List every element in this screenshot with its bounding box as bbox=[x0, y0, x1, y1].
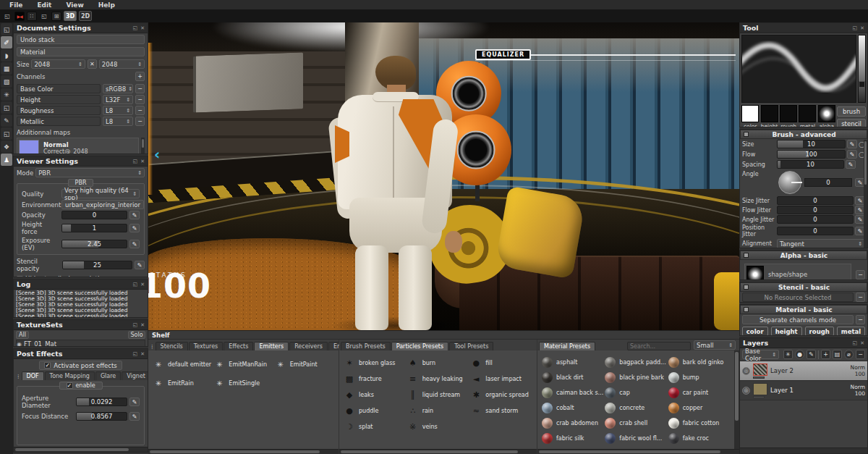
material-item[interactable]: fabric wool fl... bbox=[605, 431, 668, 446]
particle-item[interactable]: ✱ organic spread bbox=[470, 387, 534, 403]
material-channel-button[interactable]: height bbox=[771, 327, 802, 336]
material-item[interactable]: fabric cotton bbox=[668, 416, 731, 431]
thumb-size-dropdown[interactable]: Small⇕ bbox=[694, 340, 736, 350]
size-dropdown[interactable]: 2048⇕ bbox=[31, 59, 85, 69]
aperture-slider[interactable]: 0.0292 bbox=[76, 398, 127, 406]
material-item[interactable]: bump bbox=[668, 370, 731, 385]
add-folder-icon[interactable]: ▤ bbox=[833, 350, 842, 359]
tab-tone-mapping[interactable]: Tone Mapping bbox=[45, 371, 95, 380]
focus-slider[interactable]: 0.8567 bbox=[76, 412, 127, 421]
material-channel-button[interactable]: metal bbox=[837, 327, 865, 336]
texture-set-name[interactable]: FT_01_Mat bbox=[24, 340, 56, 347]
particle-item[interactable]: ◆ leaks bbox=[344, 387, 407, 403]
tab-glare[interactable]: Glare bbox=[95, 371, 121, 380]
particle-item[interactable]: ≡ heavy leaking bbox=[407, 371, 471, 387]
viewport-3d[interactable]: EQUALIZER ‹ bbox=[148, 22, 739, 330]
left-tool-icon[interactable]: ✳ bbox=[1, 88, 12, 101]
layer-opacity[interactable]: 100 bbox=[855, 390, 865, 397]
enable-toggle[interactable]: ✓enable bbox=[59, 382, 102, 390]
layer-name[interactable]: Layer 2 bbox=[770, 367, 848, 374]
dock-scrollbar[interactable] bbox=[339, 449, 537, 454]
left-tool-icon[interactable]: ✐ bbox=[1, 36, 12, 49]
alpha-resource[interactable]: shape/shape bbox=[744, 264, 851, 280]
visibility-icon[interactable]: ◎ bbox=[742, 387, 750, 395]
align-icon[interactable]: ∷ bbox=[27, 12, 37, 21]
tab-dof[interactable]: DOF bbox=[22, 371, 44, 380]
channel-format-dropdown[interactable]: L32F⇕ bbox=[103, 95, 133, 104]
left-tool-icon[interactable]: ◱ bbox=[1, 127, 12, 140]
mode-dropdown[interactable]: PBR⇕ bbox=[35, 168, 145, 177]
remove-channel-button[interactable]: − bbox=[135, 95, 145, 104]
collapse-icon[interactable] bbox=[744, 132, 749, 137]
delete-layer-icon[interactable]: − bbox=[856, 350, 865, 359]
pencil-icon[interactable]: ✎ bbox=[129, 398, 140, 406]
opacity-slider[interactable]: 0 bbox=[61, 211, 127, 219]
tab-material-presets[interactable]: Material Presets bbox=[539, 342, 595, 350]
brush-spacing-slider[interactable]: 10 bbox=[777, 160, 844, 169]
pencil-icon[interactable]: ✎ bbox=[846, 160, 856, 169]
view-2d-button[interactable]: 2D bbox=[79, 11, 92, 21]
material-item[interactable]: black pine bark bbox=[605, 370, 668, 385]
menu-item[interactable]: View bbox=[59, 1, 90, 9]
emitter-item[interactable]: ✳ default emitter bbox=[153, 355, 213, 374]
menu-item[interactable]: Edit bbox=[30, 1, 58, 9]
material-item[interactable]: black dirt bbox=[542, 370, 605, 385]
particle-item[interactable]: ☽ splat bbox=[344, 419, 407, 434]
left-tool-icon[interactable]: ▧ bbox=[1, 75, 12, 88]
window-icon[interactable]: ◱ bbox=[39, 12, 49, 21]
smart-material-icon[interactable]: ⌀ bbox=[844, 350, 854, 359]
tab-receivers[interactable]: Receivers bbox=[289, 342, 328, 350]
channel-name[interactable]: Roughness bbox=[17, 106, 101, 115]
float-icon[interactable]: ◱ bbox=[133, 25, 138, 31]
material-item[interactable]: bark old ginko bbox=[668, 355, 731, 370]
pencil-icon[interactable]: ✎ bbox=[847, 140, 857, 148]
stencil-opacity-slider[interactable]: 25 bbox=[62, 261, 132, 269]
close-icon[interactable]: ✕ bbox=[140, 25, 145, 31]
add-effect-icon[interactable]: ✳ bbox=[783, 350, 793, 359]
size-y-dropdown[interactable]: 2048⇕ bbox=[99, 59, 145, 69]
layer-thumbnail[interactable] bbox=[753, 363, 767, 376]
pencil-icon[interactable]: ✎ bbox=[129, 412, 140, 421]
channel-swatch-metal[interactable]: metal bbox=[799, 105, 816, 127]
close-icon[interactable]: ✕ bbox=[860, 25, 864, 31]
layer-blend[interactable]: Norm bbox=[851, 384, 865, 390]
close-icon[interactable]: ✕ bbox=[140, 159, 145, 164]
float-icon[interactable]: ◱ bbox=[133, 322, 138, 328]
material-item[interactable]: fake croc bbox=[668, 431, 731, 446]
normal-map-entry[interactable]: Normal Correct@_2048 bbox=[17, 138, 139, 154]
log-body[interactable]: [Scene 3D] 3D scene successfully loaded[… bbox=[14, 290, 148, 317]
add-layer-icon[interactable]: + bbox=[821, 350, 830, 359]
material-item[interactable]: concrete bbox=[605, 400, 668, 416]
channel-format-dropdown[interactable]: L8⇕ bbox=[103, 106, 133, 115]
particle-item[interactable]: ● fill bbox=[470, 355, 534, 371]
dock-scrollbar[interactable] bbox=[537, 449, 739, 454]
material-item[interactable]: cobalt bbox=[542, 400, 605, 416]
activate-checkbox[interactable]: ✓ bbox=[44, 362, 51, 369]
stencil-mode-button[interactable]: stencil bbox=[837, 119, 866, 127]
material-item[interactable]: cap bbox=[605, 385, 668, 400]
solo-button[interactable]: Solo bbox=[128, 331, 145, 339]
brush-size-slider[interactable]: 10 bbox=[777, 140, 846, 148]
layer-opacity[interactable]: 100 bbox=[855, 371, 865, 377]
stencil-resource[interactable]: No Resource Selected bbox=[742, 293, 854, 302]
particle-item[interactable]: ※ veins bbox=[407, 419, 471, 434]
left-tool-icon[interactable]: ✎ bbox=[1, 114, 12, 127]
exposure-slider[interactable]: 2.45 bbox=[61, 240, 127, 248]
left-tool-icon[interactable]: ▦ bbox=[1, 62, 12, 75]
particle-item[interactable]: ♠ burn bbox=[407, 355, 471, 371]
layer-channel-dropdown[interactable]: Base Color⇕ bbox=[742, 350, 779, 359]
tab-emitters[interactable]: Emitters bbox=[254, 342, 289, 350]
pencil-icon[interactable]: ✎ bbox=[129, 240, 140, 248]
visibility-icon[interactable]: ◎ bbox=[742, 367, 750, 375]
tabs-handle[interactable]: ⁞ bbox=[16, 374, 21, 380]
fill-layer-icon[interactable]: ● bbox=[795, 350, 804, 359]
tab-brush-presets[interactable]: Brush Presets bbox=[341, 342, 391, 350]
paint-layer-icon[interactable]: ✎ bbox=[807, 350, 816, 359]
dock-handle[interactable]: ⁞ bbox=[150, 344, 155, 350]
layer-thumbnail[interactable] bbox=[753, 383, 767, 395]
channel-format-dropdown[interactable]: L8⇕ bbox=[103, 117, 133, 126]
left-tool-icon[interactable]: ◗ bbox=[1, 49, 12, 62]
close-icon[interactable]: ✕ bbox=[140, 322, 145, 328]
layer-name[interactable]: Layer 1 bbox=[770, 387, 848, 394]
channel-name[interactable]: Base Color bbox=[17, 84, 101, 93]
